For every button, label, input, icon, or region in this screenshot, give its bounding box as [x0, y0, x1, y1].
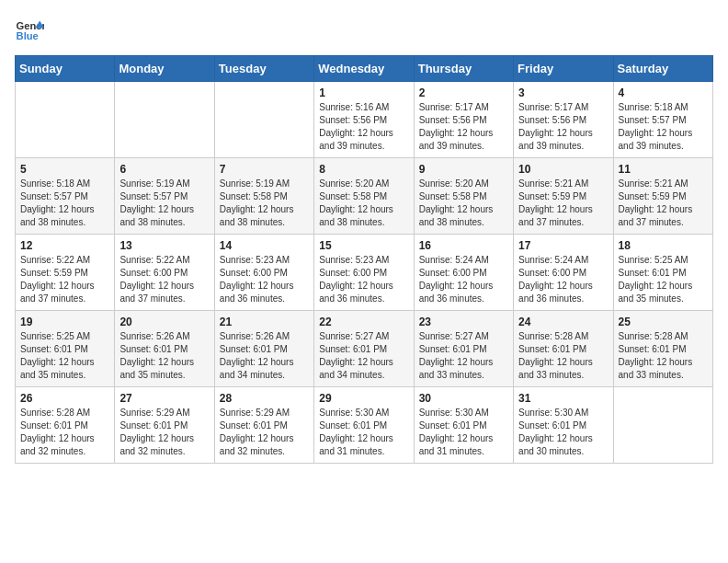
day-info: Sunrise: 5:21 AM Sunset: 5:59 PM Dayligh… [619, 178, 708, 229]
days-header-row: SundayMondayTuesdayWednesdayThursdayFrid… [16, 56, 713, 82]
weekday-header-sunday: Sunday [16, 56, 115, 82]
week-row-4: 19Sunrise: 5:25 AM Sunset: 6:01 PM Dayli… [16, 311, 713, 387]
weekday-header-thursday: Thursday [414, 56, 513, 82]
day-number: 9 [419, 163, 508, 176]
weekday-header-wednesday: Wednesday [314, 56, 414, 82]
day-number: 8 [319, 163, 408, 176]
day-info: Sunrise: 5:29 AM Sunset: 6:01 PM Dayligh… [119, 407, 209, 458]
calendar-cell: 24Sunrise: 5:28 AM Sunset: 6:01 PM Dayli… [514, 311, 613, 387]
calendar-cell [214, 82, 313, 158]
day-number: 27 [119, 392, 209, 405]
week-row-3: 12Sunrise: 5:22 AM Sunset: 5:59 PM Dayli… [16, 235, 713, 311]
day-info: Sunrise: 5:29 AM Sunset: 6:01 PM Dayligh… [220, 407, 309, 458]
weekday-header-monday: Monday [115, 56, 214, 82]
day-number: 4 [619, 86, 708, 99]
day-info: Sunrise: 5:20 AM Sunset: 5:58 PM Dayligh… [319, 178, 408, 229]
day-info: Sunrise: 5:18 AM Sunset: 5:57 PM Dayligh… [619, 101, 708, 153]
day-number: 14 [220, 239, 309, 252]
day-number: 22 [319, 316, 408, 328]
day-info: Sunrise: 5:24 AM Sunset: 6:00 PM Dayligh… [419, 254, 508, 305]
day-number: 5 [20, 163, 109, 176]
calendar-cell: 20Sunrise: 5:26 AM Sunset: 6:01 PM Dayli… [115, 311, 214, 387]
calendar-cell: 15Sunrise: 5:23 AM Sunset: 6:00 PM Dayli… [314, 235, 414, 311]
day-info: Sunrise: 5:28 AM Sunset: 6:01 PM Dayligh… [518, 330, 608, 382]
day-info: Sunrise: 5:23 AM Sunset: 6:00 PM Dayligh… [220, 254, 309, 305]
calendar-cell [115, 82, 214, 158]
calendar-cell: 3Sunrise: 5:17 AM Sunset: 5:56 PM Daylig… [514, 82, 613, 158]
calendar-cell: 16Sunrise: 5:24 AM Sunset: 6:00 PM Dayli… [414, 235, 513, 311]
day-info: Sunrise: 5:28 AM Sunset: 6:01 PM Dayligh… [20, 407, 109, 458]
day-number: 12 [20, 239, 109, 252]
day-info: Sunrise: 5:27 AM Sunset: 6:01 PM Dayligh… [419, 330, 508, 382]
day-number: 11 [619, 163, 708, 176]
svg-text:Blue: Blue [17, 30, 39, 41]
day-info: Sunrise: 5:25 AM Sunset: 6:01 PM Dayligh… [20, 330, 109, 382]
calendar-cell: 17Sunrise: 5:24 AM Sunset: 6:00 PM Dayli… [514, 235, 613, 311]
calendar-table: SundayMondayTuesdayWednesdayThursdayFrid… [15, 55, 713, 464]
day-info: Sunrise: 5:17 AM Sunset: 5:56 PM Dayligh… [518, 101, 608, 153]
day-number: 29 [319, 392, 408, 405]
day-info: Sunrise: 5:27 AM Sunset: 6:01 PM Dayligh… [319, 330, 408, 382]
day-info: Sunrise: 5:24 AM Sunset: 6:00 PM Dayligh… [518, 254, 608, 305]
day-number: 21 [220, 316, 309, 328]
day-info: Sunrise: 5:16 AM Sunset: 5:56 PM Dayligh… [319, 101, 408, 153]
day-number: 10 [518, 163, 608, 176]
calendar-cell: 21Sunrise: 5:26 AM Sunset: 6:01 PM Dayli… [214, 311, 313, 387]
logo: General Blue [15, 15, 48, 44]
calendar-cell: 31Sunrise: 5:30 AM Sunset: 6:01 PM Dayli… [514, 387, 613, 464]
day-number: 23 [419, 316, 508, 328]
calendar-cell: 6Sunrise: 5:19 AM Sunset: 5:57 PM Daylig… [115, 158, 214, 235]
day-number: 7 [220, 163, 309, 176]
day-number: 25 [619, 316, 708, 328]
day-number: 15 [319, 239, 408, 252]
day-number: 13 [119, 239, 209, 252]
calendar-cell: 14Sunrise: 5:23 AM Sunset: 6:00 PM Dayli… [214, 235, 313, 311]
day-number: 26 [20, 392, 109, 405]
calendar-cell [16, 82, 115, 158]
calendar-cell: 11Sunrise: 5:21 AM Sunset: 5:59 PM Dayli… [613, 158, 712, 235]
calendar-cell: 22Sunrise: 5:27 AM Sunset: 6:01 PM Dayli… [314, 311, 414, 387]
week-row-2: 5Sunrise: 5:18 AM Sunset: 5:57 PM Daylig… [16, 158, 713, 235]
calendar-cell: 18Sunrise: 5:25 AM Sunset: 6:01 PM Dayli… [613, 235, 712, 311]
calendar-cell: 12Sunrise: 5:22 AM Sunset: 5:59 PM Dayli… [16, 235, 115, 311]
day-number: 6 [119, 163, 209, 176]
day-info: Sunrise: 5:25 AM Sunset: 6:01 PM Dayligh… [619, 254, 708, 305]
calendar-cell: 10Sunrise: 5:21 AM Sunset: 5:59 PM Dayli… [514, 158, 613, 235]
calendar-cell: 23Sunrise: 5:27 AM Sunset: 6:01 PM Dayli… [414, 311, 513, 387]
calendar-cell: 28Sunrise: 5:29 AM Sunset: 6:01 PM Dayli… [214, 387, 313, 464]
calendar-cell: 27Sunrise: 5:29 AM Sunset: 6:01 PM Dayli… [115, 387, 214, 464]
weekday-header-tuesday: Tuesday [214, 56, 313, 82]
day-number: 1 [319, 86, 408, 99]
weekday-header-saturday: Saturday [613, 56, 712, 82]
day-info: Sunrise: 5:19 AM Sunset: 5:58 PM Dayligh… [220, 178, 309, 229]
day-number: 19 [20, 316, 109, 328]
calendar-cell: 29Sunrise: 5:30 AM Sunset: 6:01 PM Dayli… [314, 387, 414, 464]
day-info: Sunrise: 5:30 AM Sunset: 6:01 PM Dayligh… [319, 407, 408, 458]
calendar-cell: 7Sunrise: 5:19 AM Sunset: 5:58 PM Daylig… [214, 158, 313, 235]
day-info: Sunrise: 5:22 AM Sunset: 6:00 PM Dayligh… [119, 254, 209, 305]
day-number: 3 [518, 86, 608, 99]
day-info: Sunrise: 5:22 AM Sunset: 5:59 PM Dayligh… [20, 254, 109, 305]
calendar-cell: 26Sunrise: 5:28 AM Sunset: 6:01 PM Dayli… [16, 387, 115, 464]
weekday-header-friday: Friday [514, 56, 613, 82]
page-header: General Blue [15, 15, 713, 44]
day-info: Sunrise: 5:19 AM Sunset: 5:57 PM Dayligh… [119, 178, 209, 229]
day-number: 18 [619, 239, 708, 252]
day-info: Sunrise: 5:21 AM Sunset: 5:59 PM Dayligh… [518, 178, 608, 229]
day-info: Sunrise: 5:18 AM Sunset: 5:57 PM Dayligh… [20, 178, 109, 229]
calendar-cell: 2Sunrise: 5:17 AM Sunset: 5:56 PM Daylig… [414, 82, 513, 158]
day-number: 17 [518, 239, 608, 252]
day-info: Sunrise: 5:23 AM Sunset: 6:00 PM Dayligh… [319, 254, 408, 305]
day-info: Sunrise: 5:30 AM Sunset: 6:01 PM Dayligh… [419, 407, 508, 458]
calendar-cell: 4Sunrise: 5:18 AM Sunset: 5:57 PM Daylig… [613, 82, 712, 158]
day-number: 28 [220, 392, 309, 405]
day-info: Sunrise: 5:26 AM Sunset: 6:01 PM Dayligh… [220, 330, 309, 382]
day-info: Sunrise: 5:30 AM Sunset: 6:01 PM Dayligh… [518, 407, 608, 458]
day-number: 16 [419, 239, 508, 252]
calendar-cell [613, 387, 712, 464]
calendar-cell: 9Sunrise: 5:20 AM Sunset: 5:58 PM Daylig… [414, 158, 513, 235]
calendar-cell: 5Sunrise: 5:18 AM Sunset: 5:57 PM Daylig… [16, 158, 115, 235]
day-info: Sunrise: 5:26 AM Sunset: 6:01 PM Dayligh… [119, 330, 209, 382]
logo-icon: General Blue [15, 15, 44, 44]
calendar-cell: 8Sunrise: 5:20 AM Sunset: 5:58 PM Daylig… [314, 158, 414, 235]
